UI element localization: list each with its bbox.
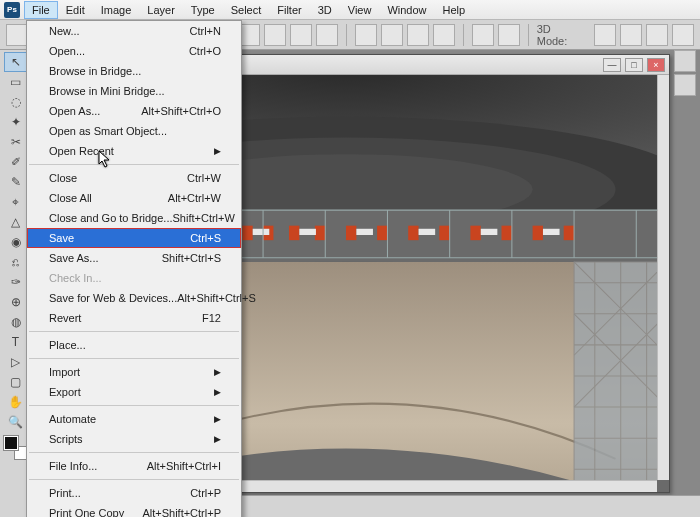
foreground-color-swatch[interactable] [4, 436, 18, 450]
mode-icon[interactable] [646, 24, 668, 46]
eyedropper-tool[interactable]: ✐ [4, 152, 28, 172]
distribute-icon[interactable] [381, 24, 403, 46]
distribute-icon[interactable] [433, 24, 455, 46]
svg-rect-10 [377, 226, 387, 241]
menu-item-print[interactable]: Print...Ctrl+P [27, 483, 241, 503]
path-tool[interactable]: ▷ [4, 352, 28, 372]
menu-item-label: Open as Smart Object... [49, 125, 167, 137]
menu-item-open-as[interactable]: Open As...Alt+Shift+Ctrl+O [27, 101, 241, 121]
mode-icon[interactable] [594, 24, 616, 46]
menu-item-label: Revert [49, 312, 81, 324]
close-button[interactable]: × [647, 58, 665, 72]
menu-separator [29, 164, 239, 165]
crop-tool[interactable]: ✂ [4, 132, 28, 152]
menu-shortcut: Shift+Ctrl+W [173, 212, 235, 224]
menu-item-save[interactable]: SaveCtrl+S [27, 228, 241, 248]
menu-item-label: Check In... [49, 272, 102, 284]
svg-rect-11 [408, 226, 418, 241]
menu-item-close[interactable]: CloseCtrl+W [27, 168, 241, 188]
move-tool[interactable]: ↖ [4, 52, 28, 72]
menu-item-scripts[interactable]: Scripts▶ [27, 429, 241, 449]
panel-icon[interactable] [674, 50, 696, 72]
menu-item-open-as-smart-object[interactable]: Open as Smart Object... [27, 121, 241, 141]
menu-separator [29, 405, 239, 406]
svg-rect-18 [299, 229, 316, 235]
menu-view[interactable]: View [340, 1, 380, 19]
menu-item-browse-in-bridge[interactable]: Browse in Bridge... [27, 61, 241, 81]
menu-item-automate[interactable]: Automate▶ [27, 409, 241, 429]
menu-help[interactable]: Help [435, 1, 474, 19]
svg-rect-13 [470, 226, 480, 241]
menu-item-open[interactable]: Open...Ctrl+O [27, 41, 241, 61]
submenu-arrow-icon: ▶ [214, 434, 221, 444]
scrollbar-vertical[interactable] [657, 75, 669, 480]
wand-tool[interactable]: ✦ [4, 112, 28, 132]
menu-item-save-as[interactable]: Save As...Shift+Ctrl+S [27, 248, 241, 268]
menu-layer[interactable]: Layer [139, 1, 183, 19]
distribute-icon[interactable] [407, 24, 429, 46]
distribute-icon[interactable] [472, 24, 494, 46]
menu-image[interactable]: Image [93, 1, 140, 19]
menu-item-save-for-web-devices[interactable]: Save for Web & Devices...Alt+Shift+Ctrl+… [27, 288, 241, 308]
zoom-tool[interactable]: 🔍 [4, 412, 28, 432]
lasso-tool[interactable]: ◌ [4, 92, 28, 112]
menu-item-close-and-go-to-bridge[interactable]: Close and Go to Bridge...Shift+Ctrl+W [27, 208, 241, 228]
menu-item-label: Open As... [49, 105, 100, 117]
heal-tool[interactable]: ✎ [4, 172, 28, 192]
file-menu-dropdown: New...Ctrl+NOpen...Ctrl+OBrowse in Bridg… [26, 20, 242, 517]
menu-item-open-recent[interactable]: Open Recent▶ [27, 141, 241, 161]
menu-shortcut: Ctrl+P [190, 487, 221, 499]
menu-item-revert[interactable]: RevertF12 [27, 308, 241, 328]
minimize-button[interactable]: — [603, 58, 621, 72]
color-swatches[interactable] [4, 436, 28, 460]
menu-item-label: Close and Go to Bridge... [49, 212, 173, 224]
align-icon[interactable] [264, 24, 286, 46]
eraser-tool[interactable]: ⎌ [4, 252, 28, 272]
menu-item-label: Place... [49, 339, 86, 351]
menu-item-browse-in-mini-bridge[interactable]: Browse in Mini Bridge... [27, 81, 241, 101]
marquee-tool[interactable]: ▭ [4, 72, 28, 92]
svg-rect-12 [439, 226, 449, 241]
menu-item-new[interactable]: New...Ctrl+N [27, 21, 241, 41]
menu-select[interactable]: Select [223, 1, 270, 19]
menu-type[interactable]: Type [183, 1, 223, 19]
stamp-tool[interactable]: △ [4, 212, 28, 232]
menu-item-label: Save for Web & Devices... [49, 292, 177, 304]
menu-shortcut: Alt+Shift+Ctrl+P [142, 507, 221, 517]
mode-icon[interactable] [672, 24, 694, 46]
menu-3d[interactable]: 3D [310, 1, 340, 19]
menu-item-place[interactable]: Place... [27, 335, 241, 355]
submenu-arrow-icon: ▶ [214, 146, 221, 156]
menu-item-file-info[interactable]: File Info...Alt+Shift+Ctrl+I [27, 456, 241, 476]
distribute-icon[interactable] [498, 24, 520, 46]
align-icon[interactable] [290, 24, 312, 46]
menu-item-print-one-copy[interactable]: Print One CopyAlt+Shift+Ctrl+P [27, 503, 241, 517]
menu-item-label: Browse in Bridge... [49, 65, 141, 77]
hand-tool[interactable]: ✋ [4, 392, 28, 412]
svg-rect-35 [574, 262, 657, 480]
history-brush-tool[interactable]: ◉ [4, 232, 28, 252]
brush-tool[interactable]: ⌖ [4, 192, 28, 212]
panel-icon[interactable] [674, 74, 696, 96]
svg-rect-5 [242, 226, 252, 241]
shape-tool[interactable]: ▢ [4, 372, 28, 392]
dodge-tool[interactable]: ◍ [4, 312, 28, 332]
svg-rect-8 [315, 226, 325, 241]
blur-tool[interactable]: ⊕ [4, 292, 28, 312]
menu-item-import[interactable]: Import▶ [27, 362, 241, 382]
type-tool[interactable]: T [4, 332, 28, 352]
align-icon[interactable] [316, 24, 338, 46]
gradient-tool[interactable]: ✑ [4, 272, 28, 292]
menu-file[interactable]: File [24, 1, 58, 19]
svg-rect-17 [253, 229, 270, 235]
menu-item-export[interactable]: Export▶ [27, 382, 241, 402]
menu-edit[interactable]: Edit [58, 1, 93, 19]
mode-icon[interactable] [620, 24, 642, 46]
menu-item-close-all[interactable]: Close AllAlt+Ctrl+W [27, 188, 241, 208]
maximize-button[interactable]: □ [625, 58, 643, 72]
distribute-icon[interactable] [355, 24, 377, 46]
menu-window[interactable]: Window [379, 1, 434, 19]
menu-item-label: Automate [49, 413, 96, 425]
tool-preset-icon[interactable] [6, 24, 28, 46]
menu-filter[interactable]: Filter [269, 1, 309, 19]
